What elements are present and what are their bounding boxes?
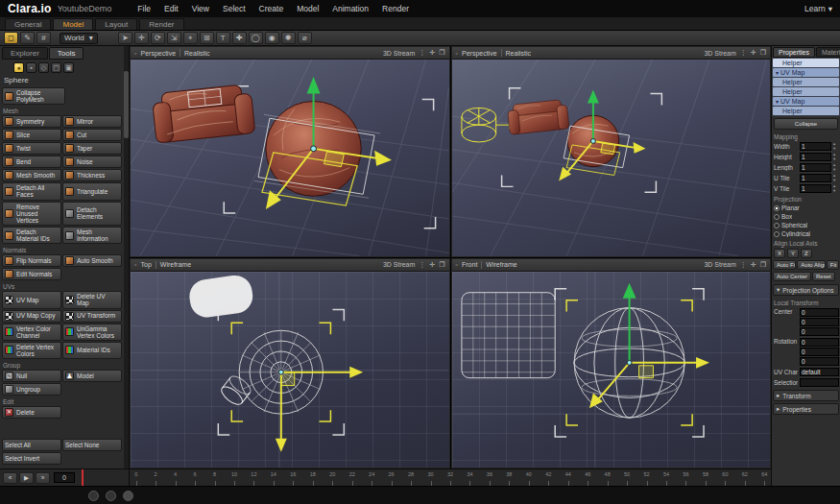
viewport-mode-dropdown[interactable]: Perspective (462, 50, 497, 57)
stepper-down-icon[interactable]: ▾ (833, 147, 839, 152)
menu-view[interactable]: View (185, 4, 216, 13)
tree-item-uv-map[interactable]: ▾UV Map (773, 97, 839, 106)
snap-toggle-icon[interactable]: # (36, 32, 51, 44)
stepper[interactable]: ▴▾ (833, 174, 839, 182)
kebab-icon[interactable]: ⋮ (740, 261, 747, 269)
stepper[interactable]: ▴▾ (833, 153, 839, 161)
translate-tool-icon[interactable]: ✛ (134, 32, 149, 44)
tab-model[interactable]: Model (53, 18, 93, 30)
current-frame-field[interactable]: 0 (54, 472, 75, 483)
tool-button-noise[interactable]: Noise (62, 156, 122, 168)
learn-menu[interactable]: Learn ▾ (804, 4, 832, 13)
center-z-input[interactable] (800, 327, 839, 336)
kebab-icon[interactable]: ⋮ (740, 49, 747, 57)
height-input[interactable] (800, 153, 831, 161)
viewport-canvas-perspective-2[interactable] (452, 60, 771, 256)
translate-gizmo[interactable] (276, 366, 363, 451)
tree-item-uv-map[interactable]: ▾UV Map (773, 68, 839, 77)
section-transform[interactable]: ▸Transform (773, 390, 839, 401)
menu-edit[interactable]: Edit (157, 4, 185, 13)
nav-forward-button[interactable] (106, 491, 116, 501)
tool-button-uv-map-copy[interactable]: UV Map Copy (2, 310, 61, 323)
stepper-down-icon[interactable]: ▾ (833, 168, 839, 173)
tree-item-helper[interactable]: Helper (773, 59, 839, 67)
tool-button-detach-elements[interactable]: Detach Elements (62, 202, 122, 226)
u-tile-input[interactable] (800, 174, 831, 182)
pan-viewport-icon[interactable]: ✛ (751, 261, 756, 269)
plane-object[interactable] (187, 273, 254, 319)
skip-start-button[interactable]: « (3, 472, 17, 484)
tool-button-ungamma-vertex-colors[interactable]: UnGamma Vertex Colors (62, 324, 122, 341)
menu-model[interactable]: Model (290, 4, 325, 13)
rotation-x-input[interactable] (800, 338, 839, 347)
skip-end-button[interactable]: » (36, 472, 50, 484)
sidebar-scrollbar[interactable] (124, 46, 129, 468)
width-input[interactable] (800, 142, 831, 151)
tool-button-model[interactable]: ♟Model (62, 370, 122, 382)
wire-box-object[interactable] (461, 292, 554, 377)
pivot-tool-icon[interactable]: ⌖ (183, 32, 198, 44)
rotate-tool-icon[interactable]: ⟳ (151, 32, 165, 44)
menu-file[interactable]: File (131, 4, 157, 13)
rotation-z-input[interactable] (800, 357, 839, 366)
edge-mode-icon[interactable]: ◇ (38, 62, 49, 73)
tool-button-triangulate[interactable]: Triangulate (62, 182, 122, 200)
viewport-canvas-front[interactable] (452, 272, 771, 468)
viewport-shading-dropdown[interactable]: Wireframe (486, 261, 516, 268)
timeline-ruler[interactable]: 0246810121416182022242628303234363840424… (130, 468, 771, 486)
tool-button-mesh-smooth[interactable]: Mesh Smooth (2, 169, 61, 181)
tool-button-taper[interactable]: Taper (62, 142, 122, 155)
menu-render[interactable]: Render (375, 4, 416, 13)
viewport-canvas-top[interactable] (131, 272, 449, 468)
tool-button-symmetry[interactable]: Symmetry (2, 115, 61, 128)
viewport-body[interactable] (131, 60, 449, 256)
tool-button-null[interactable]: ∅Null (2, 370, 61, 382)
stepper[interactable]: ▴▾ (833, 142, 839, 151)
vertex-mode-icon[interactable]: ▪ (26, 62, 36, 73)
tool-button-flip-normals[interactable]: Flip Normals (2, 254, 61, 267)
kebab-icon[interactable]: ⋮ (419, 261, 425, 269)
stepper[interactable]: ▴▾ (833, 184, 839, 193)
stepper-down-icon[interactable]: ▾ (833, 189, 839, 194)
stepper-down-icon[interactable]: ▾ (833, 179, 839, 183)
scale-tool-icon[interactable]: ⇲ (167, 32, 181, 44)
circle-tool-icon[interactable]: ◯ (249, 32, 263, 44)
tool-button-vertex-color-channel[interactable]: Vertex Color Channel (2, 324, 61, 341)
radio-icon[interactable] (774, 214, 780, 220)
snap-grid-icon[interactable]: ⊞ (200, 32, 214, 44)
tool-button-detach-all-faces[interactable]: Detach All Faces (2, 182, 61, 200)
viewport-shading-dropdown[interactable]: Wireframe (160, 261, 191, 268)
coordinate-space-select[interactable]: World ▾ (60, 33, 98, 44)
tree-item-helper[interactable]: Helper (773, 107, 839, 115)
tool-button-uv-transform[interactable]: UV Transform (62, 310, 122, 323)
tab-properties[interactable]: Properties (773, 47, 815, 58)
fit-button[interactable]: Fit (827, 260, 839, 270)
tool-button-thickness[interactable]: Thickness (62, 169, 122, 181)
stream-dropdown[interactable]: 3D Stream (383, 50, 415, 57)
tool-button-detach-material-ids[interactable]: Detach Material IDs (2, 227, 61, 244)
couch-object[interactable] (507, 99, 569, 134)
tool-button-uv-map[interactable]: UV Map (2, 291, 61, 308)
measure-tool-icon[interactable]: ⌀ (298, 32, 312, 44)
tab-layout[interactable]: Layout (95, 18, 137, 30)
wire-cylinder-top[interactable] (219, 372, 253, 407)
tool-button-select-invert[interactable]: Select Invert (2, 452, 61, 465)
viewport-body[interactable] (131, 272, 449, 468)
viewport-shading-dropdown[interactable]: Realistic (184, 50, 209, 57)
maximize-viewport-icon[interactable]: ❐ (439, 261, 444, 269)
pan-viewport-icon[interactable]: ✛ (429, 49, 435, 57)
tool-button-select-all[interactable]: Select All (2, 439, 61, 451)
text-tool-icon[interactable]: T (216, 32, 230, 44)
caret-down-icon[interactable]: ▾ (776, 69, 779, 76)
timeline-playhead[interactable] (82, 469, 84, 486)
help-button[interactable] (123, 491, 133, 501)
tab-explorer[interactable]: Explorer (2, 47, 48, 60)
collapse-polymesh-button[interactable]: Collapse PolyMesh (2, 87, 65, 105)
reset-button[interactable]: Reset (812, 272, 835, 281)
tree-item-helper[interactable]: Helper (773, 78, 839, 86)
projection-option-spherical[interactable]: Spherical (772, 221, 840, 229)
menu-select[interactable]: Select (216, 4, 252, 13)
tool-button-ungroup[interactable]: Ungroup (2, 383, 61, 396)
tool-button-cut[interactable]: Cut (62, 129, 122, 141)
select-tool-icon[interactable]: ➤ (118, 32, 132, 44)
